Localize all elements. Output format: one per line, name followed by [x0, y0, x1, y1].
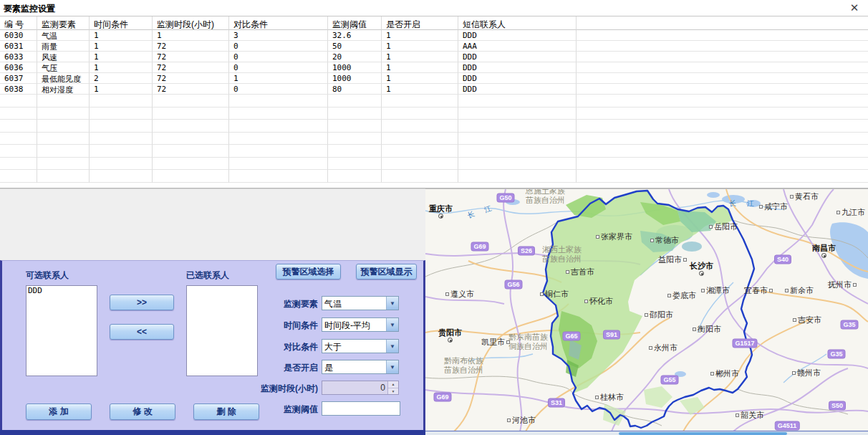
table-cell[interactable]: 1: [382, 84, 458, 95]
table-cell[interactable]: DDD: [458, 62, 577, 73]
table-row[interactable]: 6031雨量1720501AAA: [0, 41, 868, 52]
table-cell: [90, 107, 153, 120]
table-cell[interactable]: 20: [328, 52, 382, 62]
spinner-up-icon[interactable]: ▲: [388, 381, 398, 388]
table-cell[interactable]: 6033: [0, 52, 37, 62]
column-header[interactable]: 是否开启: [382, 16, 458, 30]
table-cell[interactable]: 72: [153, 73, 229, 84]
table-row[interactable]: 6037最低能见度272110001DDD: [0, 73, 868, 84]
table-cell[interactable]: AAA: [458, 41, 577, 52]
table-cell[interactable]: 0: [229, 52, 328, 62]
compare-condition-combobox[interactable]: 大于 ▼: [322, 339, 399, 353]
modify-button[interactable]: 修 改: [110, 403, 175, 420]
table-cell[interactable]: 1: [382, 30, 458, 41]
table-cell: [229, 107, 328, 120]
table-cell[interactable]: 0: [229, 84, 328, 95]
table-cell[interactable]: 相对湿度: [37, 84, 90, 95]
table-row[interactable]: 6036气压172010001DDD: [0, 62, 868, 73]
table-row[interactable]: 6033风速1720201DDD: [0, 52, 868, 62]
table-cell[interactable]: DDD: [458, 73, 577, 84]
table-cell[interactable]: 72: [153, 52, 229, 62]
warning-area-display-button[interactable]: 预警区域显示: [356, 264, 417, 279]
table-cell[interactable]: DDD: [458, 84, 577, 95]
add-button[interactable]: 添 加: [26, 403, 92, 420]
column-header[interactable]: 对比条件: [229, 16, 328, 30]
table-row: [0, 133, 868, 145]
enabled-combobox[interactable]: 是 ▼: [322, 360, 399, 374]
chevron-down-icon[interactable]: ▼: [386, 340, 398, 353]
element-combobox[interactable]: 气温 ▼: [322, 296, 399, 310]
table-cell[interactable]: 雨量: [37, 41, 90, 52]
table-cell[interactable]: 0: [229, 62, 328, 73]
warning-area-select-button[interactable]: 预警区域选择: [276, 264, 341, 279]
table-cell[interactable]: 1: [382, 52, 458, 62]
list-item[interactable]: DDD: [26, 286, 97, 295]
time-condition-combobox[interactable]: 时间段-平均 ▼: [322, 317, 399, 332]
close-icon[interactable]: ✕: [848, 1, 861, 14]
scrollbar-thumb[interactable]: [619, 432, 787, 435]
table-cell[interactable]: 3: [229, 30, 328, 41]
table-cell[interactable]: 1000: [328, 73, 382, 84]
table-cell[interactable]: 最低能见度: [37, 73, 90, 84]
move-right-button[interactable]: >>: [110, 295, 174, 310]
column-header[interactable]: 监测时段(小时): [153, 16, 229, 30]
table-cell[interactable]: DDD: [458, 30, 577, 41]
delete-button[interactable]: 删 除: [193, 403, 259, 420]
table-cell: [328, 107, 382, 120]
road-badge: G56: [504, 280, 522, 290]
table-cell[interactable]: 1: [90, 84, 153, 95]
column-header[interactable]: 监测要素: [37, 16, 90, 30]
chevron-down-icon[interactable]: ▼: [386, 318, 398, 331]
table-cell[interactable]: 6036: [0, 62, 37, 73]
table-cell[interactable]: 6038: [0, 84, 37, 95]
chevron-down-icon[interactable]: ▼: [386, 360, 398, 373]
warning-area-map[interactable]: 重庆市遵义市铜仁市张家界市吉首市怀化市常德市益阳市岳阳市长沙市湘潭市娄底市邵阳市…: [425, 188, 868, 431]
period-spinner[interactable]: 0 ▲ ▼: [322, 381, 399, 395]
spinner-down-icon[interactable]: ▼: [388, 388, 398, 395]
column-header[interactable]: 时间条件: [90, 16, 153, 30]
threshold-input[interactable]: [322, 401, 400, 416]
table-cell[interactable]: 1: [382, 62, 458, 73]
table-row[interactable]: 6030气温11332.61DDD: [0, 30, 868, 41]
table-cell[interactable]: 1: [90, 41, 153, 52]
table-cell[interactable]: 50: [328, 41, 382, 52]
table-cell[interactable]: 32.6: [328, 30, 382, 41]
table-cell[interactable]: 气温: [37, 30, 90, 41]
map-horizontal-scrollbar[interactable]: [425, 431, 868, 435]
table-cell[interactable]: 气压: [37, 62, 90, 73]
column-header[interactable]: 监测阈值: [328, 16, 382, 30]
table-cell[interactable]: 72: [153, 84, 229, 95]
move-left-button[interactable]: <<: [110, 324, 174, 340]
table-cell[interactable]: 72: [153, 41, 229, 52]
table-cell[interactable]: 80: [328, 84, 382, 95]
table-cell: [229, 133, 328, 145]
table-cell[interactable]: 1000: [328, 62, 382, 73]
table-cell[interactable]: 风速: [37, 52, 90, 62]
table-cell[interactable]: 2: [90, 73, 153, 84]
column-header[interactable]: 短信联系人: [458, 16, 577, 30]
table-cell[interactable]: 1: [153, 30, 229, 41]
available-contacts-label: 可选联系人: [26, 269, 69, 282]
chevron-down-icon[interactable]: ▼: [386, 297, 398, 310]
monitor-settings-table[interactable]: 编 号监测要素时间条件监测时段(小时)对比条件监测阈值是否开启短信联系人6030…: [0, 16, 868, 188]
table-header-row[interactable]: 编 号监测要素时间条件监测时段(小时)对比条件监测阈值是否开启短信联系人: [0, 16, 868, 30]
table-cell[interactable]: 6030: [0, 30, 37, 41]
table-cell[interactable]: 6037: [0, 73, 37, 84]
available-contacts-list[interactable]: DDD: [26, 285, 97, 376]
table-cell[interactable]: DDD: [458, 52, 577, 62]
table-cell: [153, 107, 229, 120]
table-cell[interactable]: 1: [382, 73, 458, 84]
table-cell[interactable]: 1: [90, 52, 153, 62]
table-cell[interactable]: 1: [90, 62, 153, 73]
table-cell[interactable]: 1: [382, 41, 458, 52]
table-cell[interactable]: 72: [153, 62, 229, 73]
table-cell[interactable]: 1: [90, 30, 153, 41]
table-cell[interactable]: 6031: [0, 41, 37, 52]
column-header[interactable]: 编 号: [0, 16, 37, 30]
table-cell[interactable]: 1: [229, 73, 328, 84]
table-row[interactable]: 6038相对湿度1720801DDD: [0, 84, 868, 95]
map-city: 怀化市: [584, 297, 613, 305]
window-title: 要素监控设置: [4, 3, 55, 15]
city-marker-icon: [540, 292, 544, 296]
table-cell[interactable]: 0: [229, 41, 328, 52]
